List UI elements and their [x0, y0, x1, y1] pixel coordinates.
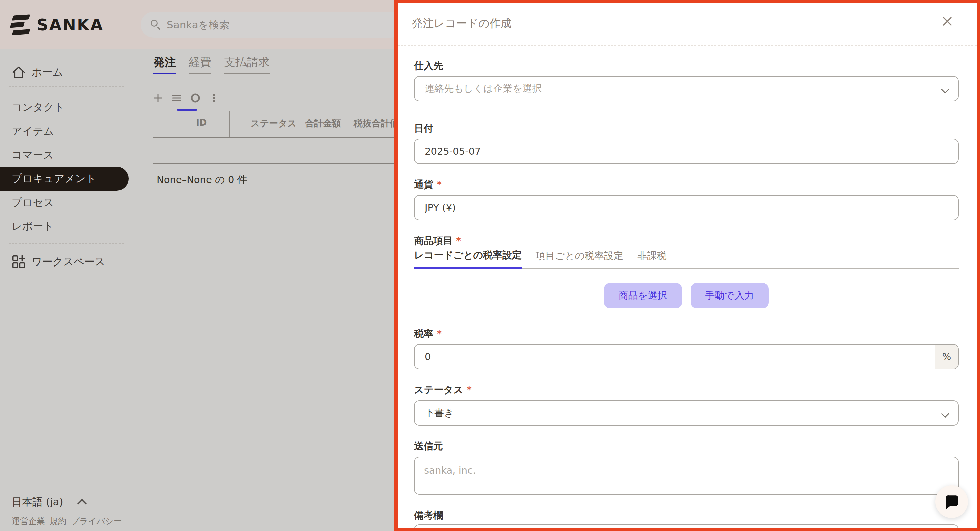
column-header-id: ID: [196, 118, 207, 128]
currency-label: 通貨*: [414, 178, 442, 191]
link-terms[interactable]: 規約: [50, 516, 66, 527]
tax-rate-group: %: [414, 344, 959, 369]
sender-textarea[interactable]: [414, 456, 959, 494]
sanka-logo-icon: [10, 12, 31, 37]
supplier-label: 仕入先: [414, 59, 443, 73]
link-privacy[interactable]: プライバシー: [71, 516, 122, 527]
home-icon: [11, 65, 26, 80]
language-label: 日本語 (ja): [12, 495, 64, 509]
status-select[interactable]: 下書き: [414, 400, 959, 426]
manual-entry-button[interactable]: 手動で入力: [691, 283, 769, 308]
select-products-button[interactable]: 商品を選択: [604, 283, 682, 308]
sidebar-item-label: ワークスペース: [32, 255, 105, 269]
sender-label: 送信元: [414, 440, 443, 453]
sidebar-item-reports[interactable]: レポート: [0, 215, 54, 238]
table-toolbar: [151, 91, 221, 105]
line-item-actions: 商品を選択 手動で入力: [414, 283, 959, 308]
tax-rate-input[interactable]: [425, 345, 935, 369]
modal-title: 発注レコードの作成: [412, 16, 512, 31]
currency-field-wrap: [414, 195, 959, 221]
notes-label: 備考欄: [414, 509, 443, 522]
add-record-button[interactable]: [151, 91, 165, 105]
tab-invoices[interactable]: 支払請求: [224, 55, 269, 74]
sidebar-divider: [9, 243, 124, 244]
column-header-total: 合計金額: [305, 118, 341, 129]
list-icon: [171, 92, 183, 104]
sidebar: ホーム コンタクト アイテム コマース プロキュアメント プロセス レポート: [0, 49, 134, 531]
supplier-placeholder: 連絡先もしくは企業を選択: [425, 82, 542, 95]
global-search[interactable]: [141, 12, 404, 38]
sidebar-item-label: ホーム: [32, 65, 63, 79]
percent-suffix: %: [935, 345, 958, 369]
modal-header-divider: [398, 45, 977, 46]
speech-bubble-icon: [943, 493, 960, 510]
plus-icon: [153, 92, 164, 104]
status-label: ステータス*: [414, 383, 472, 397]
sidebar-item-home[interactable]: ホーム: [0, 60, 63, 84]
supplier-select[interactable]: 連絡先もしくは企業を選択: [414, 76, 959, 102]
sidebar-item-commerce[interactable]: コマース: [0, 143, 54, 167]
tab-expenses[interactable]: 経費: [189, 55, 212, 74]
chevron-up-icon: [77, 499, 87, 508]
search-icon: [151, 20, 161, 30]
search-input[interactable]: [167, 19, 374, 31]
tax-rate-label: 税率*: [414, 327, 442, 340]
currency-input[interactable]: [425, 196, 948, 220]
date-label: 日付: [414, 122, 433, 135]
record-type-tabs: 発注 経費 支払請求: [153, 55, 269, 74]
logo-text: SANKA: [37, 15, 104, 34]
sidebar-item-label: レポート: [12, 219, 54, 234]
date-input[interactable]: [425, 140, 948, 164]
status-value: 下書き: [425, 406, 454, 420]
date-field-wrap: [414, 139, 959, 164]
list-view-button[interactable]: [170, 91, 183, 105]
language-selector[interactable]: 日本語 (ja): [12, 495, 85, 509]
column-divider: [229, 111, 230, 137]
circle-icon: [190, 92, 201, 104]
chevron-down-icon: [941, 85, 949, 94]
sidebar-item-label: アイテム: [12, 124, 54, 138]
tab-purchase-orders[interactable]: 発注: [153, 55, 176, 74]
tab-item-tax[interactable]: 項目ごとの税率設定: [536, 250, 624, 268]
link-company[interactable]: 運営企業: [12, 516, 45, 527]
circle-view-button[interactable]: [189, 91, 202, 105]
sidebar-item-process[interactable]: プロセス: [0, 191, 54, 215]
kebab-menu-icon: [208, 92, 220, 104]
column-header-status: ステータス: [250, 118, 296, 129]
sidebar-item-label: プロセス: [12, 196, 54, 210]
tax-mode-tabs: レコードごとの税率設定 項目ごとの税率設定 非課税: [414, 249, 959, 269]
sidebar-item-contacts[interactable]: コンタクト: [0, 95, 65, 119]
line-items-label: 商品項目*: [414, 234, 461, 248]
grid-plus-icon: [11, 254, 26, 270]
tab-tax-exempt[interactable]: 非課税: [638, 250, 667, 268]
sidebar-item-items[interactable]: アイテム: [0, 119, 54, 143]
sidebar-divider: [9, 488, 124, 488]
app-logo[interactable]: SANKA: [10, 12, 104, 37]
chat-launcher-button[interactable]: [935, 485, 968, 518]
sidebar-divider: [9, 86, 124, 87]
sidebar-item-label: コンタクト: [12, 100, 65, 114]
close-button[interactable]: [938, 12, 957, 31]
sidebar-item-workspace[interactable]: ワークスペース: [0, 250, 105, 274]
create-purchase-order-modal: 発注レコードの作成 仕入先 連絡先もしくは企業を選択 日付 通貨*: [394, 0, 980, 531]
notes-textarea[interactable]: [414, 524, 959, 531]
record-count-text: None–None の 0 件: [157, 173, 247, 187]
sidebar-item-label: コマース: [12, 148, 54, 162]
legal-links: 運営企業 規約 プライバシー: [12, 516, 122, 527]
sidebar-item-procurement[interactable]: プロキュアメント: [0, 167, 129, 191]
close-icon: [941, 15, 954, 28]
chevron-down-icon: [941, 410, 949, 418]
tab-record-tax[interactable]: レコードごとの税率設定: [414, 249, 522, 269]
more-options-button[interactable]: [207, 91, 221, 105]
sidebar-item-label: プロキュアメント: [12, 172, 96, 186]
app-screen: SANKA ホーム コンタクト アイテム コマース プロキュアメント: [0, 0, 980, 531]
